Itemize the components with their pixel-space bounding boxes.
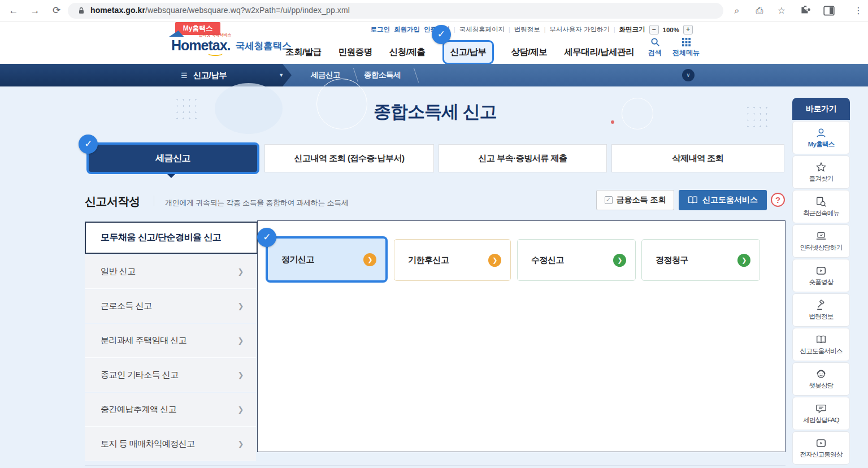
video-icon [815, 265, 827, 276]
person-icon [815, 127, 827, 138]
reload-icon[interactable]: ⟳ [50, 4, 63, 18]
separator: | [509, 27, 510, 33]
logo-brand-text: Hometax. [171, 37, 231, 53]
menu-item-earned-income[interactable]: 근로소득 신고 ❯ [85, 289, 256, 323]
lock-icon [77, 6, 86, 15]
sidebar-label: 인터넷상담하기 [800, 244, 843, 252]
menu-label: 종교인 기타소득 신고 [101, 370, 179, 380]
tab-deleted-history[interactable]: 삭제내역 조회 [611, 144, 784, 172]
book-icon [688, 196, 698, 204]
chevron-right-icon: ❯ [238, 440, 244, 448]
bookmark-star-icon[interactable]: ☆ [775, 5, 788, 17]
zoom-search-icon[interactable]: ⌕ [731, 5, 743, 17]
logo-kr-name: 국세청홈택스 [236, 40, 292, 53]
sidebar-item-report-help[interactable]: 신고도움서비스 [792, 328, 850, 361]
active-tab-pointer [167, 174, 175, 182]
nav-consult-report[interactable]: 상담/제보 [511, 46, 547, 58]
separator: | [614, 27, 615, 33]
card-correction-claim[interactable]: 경정청구 ❯ [641, 239, 760, 281]
site-header: My홈택스 인터넷 국세서비스 Hometax. 국세청홈택스 로그인 회원가입… [0, 21, 868, 64]
help-tooltip-icon[interactable]: ? [771, 193, 785, 207]
dept-user-join-link[interactable]: 부서사용자 가입하기 [549, 25, 610, 34]
zoom-out-button[interactable]: − [649, 25, 659, 34]
hometax-logo[interactable]: 인터넷 국세서비스 Hometax. 국세청홈택스 [171, 37, 292, 54]
finance-income-label: 금융소득 조회 [617, 195, 666, 205]
sidebar-item-tax-law-faq[interactable]: 세법상담FAQ [792, 397, 850, 430]
sidebar-item-recent-menu[interactable]: 최근접속메뉴 [792, 190, 850, 223]
browser-chrome: ← → ⟳ hometax.go.kr/websquare/websquare.… [0, 0, 868, 21]
dropdown-caret-icon: ▼ [279, 72, 284, 78]
menu-label: 근로소득 신고 [101, 301, 152, 311]
nav-apply-submit[interactable]: 신청/제출 [389, 46, 426, 58]
tab-tax-report[interactable]: ✓ 세금신고 [86, 142, 259, 174]
smile-underline [208, 51, 223, 56]
hamburger-icon: ☰ [181, 71, 188, 80]
chevron-right-icon: ❯ [238, 405, 244, 414]
divider [85, 465, 785, 466]
main-content: 종합소득세 신고 ✓ 세금신고 신고내역 조회 (접수증·납부서) 신고 부속·… [0, 86, 868, 468]
zoom-in-button[interactable]: + [683, 25, 693, 34]
menu-item-land-sale-gain[interactable]: 토지 등 매매차익예정신고 ❯ [85, 427, 256, 461]
main-nav: 조회/발급 민원증명 신청/제출 ✓ 신고/납부 상담/제보 세무대리/납세관리 [285, 40, 634, 64]
sidebar-item-efiling-video[interactable]: 전자신고동영상 [792, 431, 850, 465]
login-link[interactable]: 로그인 [370, 25, 390, 34]
header-search-button[interactable]: 검색 [640, 37, 670, 58]
search-icon [650, 37, 660, 47]
sidebar-label: 챗봇상담 [809, 382, 834, 390]
nts-homepage-link[interactable]: 국세청홈페이지 [459, 25, 505, 34]
nav-inquiry-issue[interactable]: 조회/발급 [285, 46, 322, 58]
sidebar-item-my-hometax[interactable]: My홈택스 [792, 121, 850, 154]
chevron-right-icon: ❯ [238, 336, 244, 345]
extensions-icon[interactable] [799, 5, 811, 17]
menu-item-modu-chaeum[interactable]: 모두채움 신고/단순경비율 신고 [85, 222, 258, 254]
sidebar-item-favorites[interactable]: 즐겨찾기 [792, 155, 850, 189]
report-help-service-button[interactable]: 신고도움서비스 [679, 190, 767, 210]
quick-links-header: 바로가기 [792, 98, 850, 120]
section-description: 개인에게 귀속되는 각종 소득을 종합하여 과세하는 소득세 [165, 198, 349, 208]
menu-item-religious-other[interactable]: 종교인 기타소득 신고 ❯ [85, 358, 256, 392]
utility-bar: 로그인 회원가입 인증센터 | 국세청홈페이지 | 법령정보 | 부서사용자 가… [370, 25, 693, 34]
sidebar-label: 신고도움서비스 [800, 347, 843, 356]
finance-income-button[interactable]: ✓ 금융소득 조회 [596, 190, 674, 210]
nav-report-pay[interactable]: ✓ 신고/납부 [442, 40, 494, 64]
browser-menu-icon[interactable]: ⋮ [852, 5, 865, 17]
breadcrumb-item-income-tax[interactable]: 종합소득세 [356, 70, 409, 80]
url-text[interactable]: hometax.go.kr/websquare/websquare.wq?w2x… [90, 6, 350, 15]
law-info-link[interactable]: 법령정보 [514, 25, 540, 34]
menu-item-general-report[interactable]: 일반 신고 ❯ [85, 255, 256, 289]
sidebar-label: 최근접속메뉴 [803, 209, 839, 218]
sidebar-item-short-form-video[interactable]: 숏폼영상 [792, 259, 850, 292]
tab-tax-report-label: 세금신고 [155, 153, 190, 164]
card-regular-report[interactable]: ✓ 정기신고 ❯ [266, 236, 388, 283]
nav-tax-agent[interactable]: 세무대리/납세관리 [564, 46, 634, 58]
card-label: 정기신고 [281, 254, 314, 265]
menu-item-interim-prepayment[interactable]: 중간예납추계액 신고 ❯ [85, 393, 256, 427]
tab-attachment-submit[interactable]: 신고 부속·증빙서류 제출 [439, 144, 607, 172]
chevron-right-icon: ❯ [238, 371, 244, 379]
forward-icon[interactable]: → [28, 4, 42, 18]
sidebar-item-chatbot[interactable]: 챗봇상담 [792, 362, 850, 396]
side-panel-icon[interactable] [823, 5, 835, 17]
nav-civil-cert[interactable]: 민원증명 [338, 46, 372, 58]
divider [154, 196, 154, 206]
grid-menu-icon [682, 37, 691, 47]
check-icon: ✓ [257, 228, 276, 247]
card-label: 수정신고 [531, 255, 564, 266]
screen-size-label: 화면크기 [619, 25, 645, 34]
share-icon[interactable]: ⎙ [753, 5, 766, 17]
signup-link[interactable]: 회원가입 [394, 25, 420, 34]
breadcrumb-separator [406, 68, 419, 83]
all-menu-button[interactable]: 전체메뉴 [671, 37, 701, 58]
breadcrumb-collapse-button[interactable]: ∨ [682, 69, 695, 81]
menu-item-separate-housing[interactable]: 분리과세 주택임대 신고 ❯ [85, 324, 256, 358]
card-amended-report[interactable]: 수정신고 ❯ [517, 239, 636, 281]
go-arrow-icon: ❯ [737, 254, 750, 267]
card-after-deadline-report[interactable]: 기한후신고 ❯ [394, 239, 511, 281]
recent-doc-search-icon [815, 196, 827, 207]
separator: | [544, 27, 546, 33]
back-icon[interactable]: ← [7, 4, 20, 18]
go-arrow-icon: ❯ [488, 254, 501, 267]
tab-report-history[interactable]: 신고내역 조회 (접수증·납부서) [264, 144, 434, 172]
sidebar-item-law-info[interactable]: 법령정보 [792, 293, 850, 327]
sidebar-item-internet-consult[interactable]: 인터넷상담하기 [792, 224, 850, 258]
